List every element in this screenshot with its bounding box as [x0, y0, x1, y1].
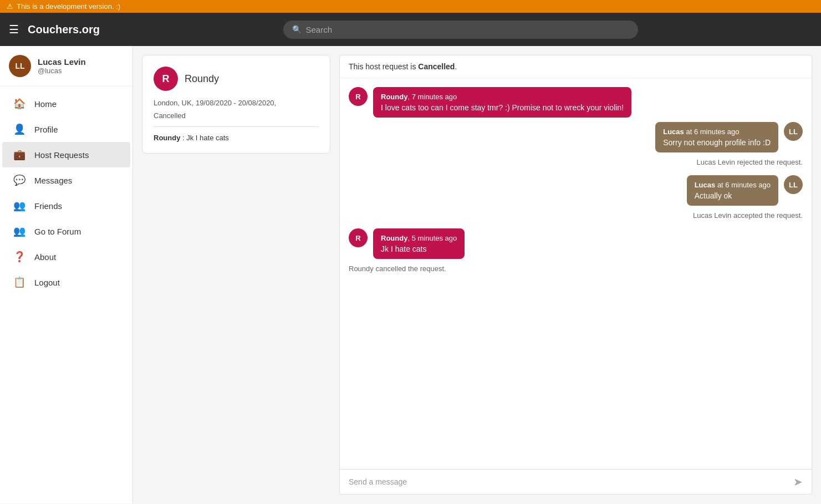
chat-messages: R Roundy, 7 minutes ago I love cats too … [340, 78, 812, 469]
msg-text: I love cats too can I come stay tmr? :) … [381, 103, 624, 112]
message-bubble: Lucas at 6 minutes ago Actually ok [687, 175, 778, 206]
sidebar-item-home[interactable]: 🏠 Home [2, 91, 130, 116]
hamburger-icon[interactable]: ☰ [9, 23, 19, 36]
request-details: London, UK, 19/08/2020 - 20/08/2020, [154, 98, 319, 109]
request-avatar: R [154, 67, 178, 91]
msg-text: Actually ok [695, 191, 771, 200]
logout-icon: 📋 [13, 276, 26, 288]
sidebar: LL Lucas Levin @lucas 🏠 Home 👤 Profile 💼… [0, 46, 133, 503]
status-word: Cancelled [418, 62, 455, 71]
message-row: LL Lucas at 6 minutes ago Actually ok [349, 175, 803, 206]
main-content: R Roundy London, UK, 19/08/2020 - 20/08/… [133, 46, 821, 503]
chat-input-row: ➤ [340, 469, 812, 494]
nav-items: 🏠 Home 👤 Profile 💼 Host Requests 💬 Messa… [0, 86, 132, 503]
msg-sender: Roundy [381, 93, 407, 101]
search-input[interactable] [306, 25, 629, 34]
sidebar-item-label: About [34, 252, 56, 262]
msg-sender: Lucas [663, 128, 684, 136]
search-bar[interactable]: 🔍 [283, 21, 638, 39]
last-msg-sep: : [180, 134, 186, 142]
sidebar-item-label: Messages [34, 176, 72, 185]
last-msg-text: Jk I hate cats [186, 134, 229, 142]
request-location: London, UK [154, 99, 192, 107]
sidebar-item-go-to-forum[interactable]: 👥 Go to Forum [2, 218, 130, 244]
sidebar-item-host-requests[interactable]: 💼 Host Requests [2, 142, 130, 167]
msg-time: at 6 minutes ago [717, 181, 771, 189]
request-status: Cancelled [154, 111, 319, 120]
system-message: Roundy cancelled the request. [349, 264, 803, 273]
message-bubble: Roundy, 5 minutes ago Jk I hate cats [373, 228, 465, 259]
msg-time: 7 minutes ago [412, 93, 457, 101]
sidebar-item-label: Host Requests [34, 150, 89, 160]
request-username: Roundy [185, 73, 219, 85]
msg-time: 5 minutes ago [412, 234, 457, 242]
status-suffix: . [455, 62, 457, 71]
chat-icon: 💬 [13, 174, 26, 186]
message-row: R Roundy, 7 minutes ago I love cats too … [349, 87, 803, 118]
send-icon[interactable]: ➤ [793, 475, 803, 488]
sidebar-item-label: Logout [34, 278, 60, 287]
app-body: LL Lucas Levin @lucas 🏠 Home 👤 Profile 💼… [0, 46, 821, 503]
msg-sender: Lucas [695, 181, 716, 189]
sidebar-item-label: Friends [34, 201, 62, 211]
msg-header: Roundy, 7 minutes ago [381, 93, 624, 101]
status-prefix: This host request is [349, 62, 418, 71]
message-row: R Roundy, 5 minutes ago Jk I hate cats [349, 228, 803, 259]
question-icon: ❓ [13, 251, 26, 263]
msg-header: Roundy, 5 minutes ago [381, 234, 457, 242]
lucas-avatar: LL [784, 122, 803, 141]
avatar: LL [9, 55, 31, 77]
last-msg-author: Roundy [154, 134, 180, 142]
user-name: Lucas Levin [38, 57, 86, 67]
sidebar-item-messages[interactable]: 💬 Messages [2, 167, 130, 193]
request-last-msg: Roundy : Jk I hate cats [154, 134, 319, 142]
sidebar-item-label: Home [34, 99, 57, 109]
request-user-header: R Roundy [154, 67, 319, 91]
dev-banner: ⚠ This is a development version. :) [0, 0, 821, 13]
briefcase-icon: 💼 [13, 149, 26, 161]
warning-icon: ⚠ [7, 2, 13, 11]
msg-header: Lucas at 6 minutes ago [663, 128, 771, 136]
message-row: LL Lucas at 6 minutes ago Sorry not enou… [349, 122, 803, 152]
person-icon: 👤 [13, 123, 26, 135]
request-divider [154, 126, 319, 127]
app-title[interactable]: Couchers.org [28, 23, 100, 36]
chat-status-bar: This host request is Cancelled. [340, 55, 812, 78]
sidebar-item-friends[interactable]: 👥 Friends [2, 193, 130, 218]
msg-sender: Roundy [381, 234, 407, 242]
sidebar-item-label: Go to Forum [34, 227, 81, 236]
user-info: Lucas Levin @lucas [38, 57, 86, 75]
system-message: Lucas Levin accepted the request. [349, 211, 803, 220]
chat-panel: This host request is Cancelled. R Roundy… [339, 55, 812, 495]
friends-icon: 👥 [13, 200, 26, 212]
msg-header: Lucas at 6 minutes ago [695, 181, 771, 189]
sidebar-item-logout[interactable]: 📋 Logout [2, 269, 130, 295]
message-bubble: Lucas at 6 minutes ago Sorry not enough … [655, 122, 778, 152]
roundy-avatar: R [349, 87, 368, 106]
msg-time: at 6 minutes ago [686, 128, 739, 136]
message-input[interactable] [349, 477, 789, 486]
search-icon: 🔍 [292, 25, 302, 34]
forum-icon: 👥 [13, 225, 26, 237]
sidebar-item-label: Profile [34, 125, 58, 134]
user-handle: @lucas [38, 67, 86, 75]
home-icon: 🏠 [13, 98, 26, 110]
msg-text: Sorry not enough profile info :D [663, 138, 771, 147]
lucas-avatar: LL [784, 175, 803, 194]
request-dates: 19/08/2020 - 20/08/2020, [196, 99, 276, 107]
roundy-avatar: R [349, 228, 368, 247]
system-message: Lucas Levin rejected the request. [349, 158, 803, 166]
msg-text: Jk I hate cats [381, 245, 457, 253]
sidebar-item-about[interactable]: ❓ About [2, 244, 130, 269]
dev-banner-text: This is a development version. :) [17, 2, 120, 11]
message-bubble: Roundy, 7 minutes ago I love cats too ca… [373, 87, 631, 118]
user-section[interactable]: LL Lucas Levin @lucas [0, 46, 132, 86]
top-nav: ☰ Couchers.org 🔍 [0, 13, 821, 46]
sidebar-item-profile[interactable]: 👤 Profile [2, 116, 130, 142]
request-card: R Roundy London, UK, 19/08/2020 - 20/08/… [142, 55, 330, 154]
